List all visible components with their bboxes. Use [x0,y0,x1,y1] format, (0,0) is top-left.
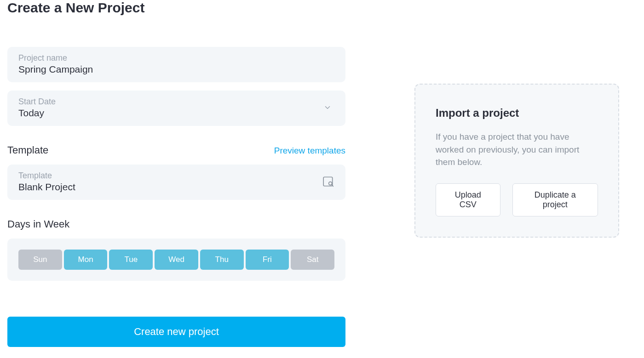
start-date-value: Today [18,108,334,119]
template-section-header: Template Preview templates [7,144,345,156]
chevron-down-icon [323,103,332,114]
day-wed[interactable]: Wed [155,250,198,270]
day-tue[interactable]: Tue [109,250,153,270]
import-project-panel: Import a project If you have a project t… [414,84,619,238]
day-fri[interactable]: Fri [246,250,289,270]
template-field-label: Template [18,171,334,181]
template-field[interactable]: Template Blank Project [7,165,345,200]
template-value: Blank Project [18,182,334,193]
template-heading: Template [7,144,48,156]
template-browse-icon [322,176,334,189]
create-project-form: Project name Start Date Today Template P… [7,47,345,347]
project-name-label: Project name [18,53,334,63]
days-heading: Days in Week [7,218,345,230]
day-mon[interactable]: Mon [64,250,108,270]
days-in-week-selector: Sun Mon Tue Wed Thu Fri Sat [7,239,345,281]
import-buttons-row: Upload CSV Duplicate a project [436,183,598,216]
project-name-input[interactable] [18,64,334,75]
start-date-label: Start Date [18,97,334,107]
upload-csv-button[interactable]: Upload CSV [436,183,500,216]
create-project-button[interactable]: Create new project [7,317,345,347]
start-date-field[interactable]: Start Date Today [7,91,345,126]
day-thu[interactable]: Thu [200,250,244,270]
day-sat[interactable]: Sat [291,250,334,270]
page-title: Create a New Project [7,0,637,16]
preview-templates-link[interactable]: Preview templates [274,146,345,156]
duplicate-project-button[interactable]: Duplicate a project [512,183,598,216]
day-sun[interactable]: Sun [18,250,62,270]
import-description: If you have a project that you have work… [436,131,598,169]
import-title: Import a project [436,107,598,119]
project-name-field[interactable]: Project name [7,47,345,82]
